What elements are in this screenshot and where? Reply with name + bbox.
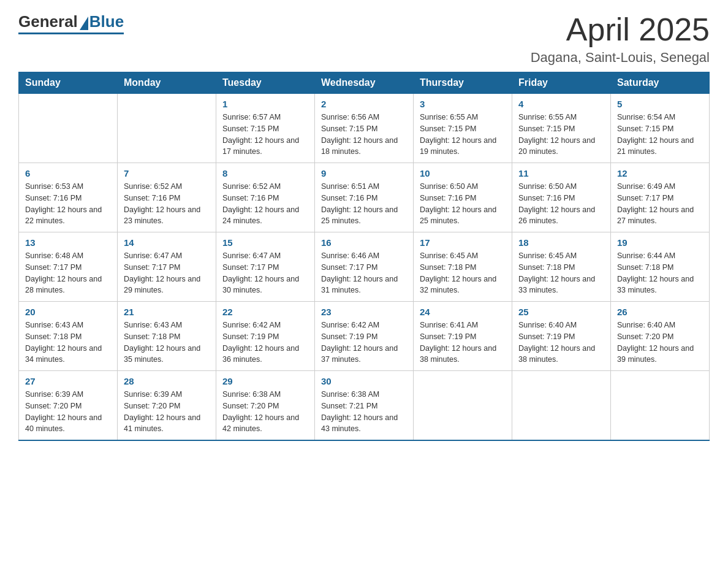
day-number: 7 bbox=[124, 168, 210, 178]
day-info: Sunrise: 6:41 AMSunset: 7:19 PMDaylight:… bbox=[420, 320, 506, 366]
day-info: Sunrise: 6:56 AMSunset: 7:15 PMDaylight:… bbox=[321, 112, 407, 158]
day-number: 15 bbox=[222, 237, 308, 248]
week-row-3: 20Sunrise: 6:43 AMSunset: 7:18 PMDayligh… bbox=[19, 302, 710, 371]
week-row-2: 13Sunrise: 6:48 AMSunset: 7:17 PMDayligh… bbox=[19, 232, 710, 302]
header-cell-sunday: Sunday bbox=[19, 72, 118, 94]
day-info: Sunrise: 6:43 AMSunset: 7:18 PMDaylight:… bbox=[124, 320, 210, 366]
calendar-cell: 23Sunrise: 6:42 AMSunset: 7:19 PMDayligh… bbox=[315, 302, 414, 371]
location-title: Dagana, Saint-Louis, Senegal bbox=[531, 50, 710, 66]
day-info: Sunrise: 6:52 AMSunset: 7:16 PMDaylight:… bbox=[222, 181, 308, 227]
calendar-cell: 12Sunrise: 6:49 AMSunset: 7:17 PMDayligh… bbox=[611, 163, 710, 232]
day-number: 13 bbox=[25, 237, 111, 248]
day-info: Sunrise: 6:55 AMSunset: 7:15 PMDaylight:… bbox=[518, 112, 604, 158]
month-title: April 2025 bbox=[531, 12, 710, 47]
calendar-cell: 28Sunrise: 6:39 AMSunset: 7:20 PMDayligh… bbox=[118, 371, 216, 441]
day-info: Sunrise: 6:51 AMSunset: 7:16 PMDaylight:… bbox=[321, 181, 407, 227]
calendar-cell: 1Sunrise: 6:57 AMSunset: 7:15 PMDaylight… bbox=[216, 94, 315, 163]
calendar-cell: 18Sunrise: 6:45 AMSunset: 7:18 PMDayligh… bbox=[512, 232, 611, 302]
day-number: 28 bbox=[124, 376, 210, 386]
logo-triangle-icon bbox=[80, 17, 88, 30]
calendar-cell: 2Sunrise: 6:56 AMSunset: 7:15 PMDaylight… bbox=[315, 94, 414, 163]
calendar-cell: 25Sunrise: 6:40 AMSunset: 7:19 PMDayligh… bbox=[512, 302, 611, 371]
calendar-cell: 8Sunrise: 6:52 AMSunset: 7:16 PMDaylight… bbox=[216, 163, 315, 232]
day-info: Sunrise: 6:47 AMSunset: 7:17 PMDaylight:… bbox=[124, 250, 210, 296]
week-row-4: 27Sunrise: 6:39 AMSunset: 7:20 PMDayligh… bbox=[19, 371, 710, 441]
day-info: Sunrise: 6:45 AMSunset: 7:18 PMDaylight:… bbox=[518, 250, 604, 296]
calendar-cell: 17Sunrise: 6:45 AMSunset: 7:18 PMDayligh… bbox=[414, 232, 512, 302]
header-cell-thursday: Thursday bbox=[414, 72, 512, 94]
day-number: 11 bbox=[518, 168, 604, 178]
day-number: 29 bbox=[222, 376, 308, 386]
calendar-cell: 21Sunrise: 6:43 AMSunset: 7:18 PMDayligh… bbox=[118, 302, 216, 371]
day-number: 24 bbox=[420, 307, 506, 317]
day-number: 17 bbox=[420, 237, 506, 248]
day-info: Sunrise: 6:49 AMSunset: 7:17 PMDaylight:… bbox=[617, 181, 703, 227]
day-info: Sunrise: 6:50 AMSunset: 7:16 PMDaylight:… bbox=[420, 181, 506, 227]
day-number: 8 bbox=[222, 168, 308, 178]
day-info: Sunrise: 6:52 AMSunset: 7:16 PMDaylight:… bbox=[124, 181, 210, 227]
day-number: 2 bbox=[321, 99, 407, 109]
day-number: 23 bbox=[321, 307, 407, 317]
calendar-cell: 13Sunrise: 6:48 AMSunset: 7:17 PMDayligh… bbox=[19, 232, 118, 302]
day-number: 27 bbox=[25, 376, 111, 386]
day-info: Sunrise: 6:42 AMSunset: 7:19 PMDaylight:… bbox=[222, 320, 308, 366]
header-cell-friday: Friday bbox=[512, 72, 611, 94]
day-number: 4 bbox=[518, 99, 604, 109]
day-number: 25 bbox=[518, 307, 604, 317]
header-cell-wednesday: Wednesday bbox=[315, 72, 414, 94]
day-number: 16 bbox=[321, 237, 407, 248]
calendar-cell: 24Sunrise: 6:41 AMSunset: 7:19 PMDayligh… bbox=[414, 302, 512, 371]
calendar-cell: 26Sunrise: 6:40 AMSunset: 7:20 PMDayligh… bbox=[611, 302, 710, 371]
day-number: 3 bbox=[420, 99, 506, 109]
calendar-cell: 22Sunrise: 6:42 AMSunset: 7:19 PMDayligh… bbox=[216, 302, 315, 371]
day-number: 20 bbox=[25, 307, 111, 317]
header-cell-monday: Monday bbox=[118, 72, 216, 94]
calendar-cell bbox=[512, 371, 611, 441]
header-cell-tuesday: Tuesday bbox=[216, 72, 315, 94]
week-row-0: 1Sunrise: 6:57 AMSunset: 7:15 PMDaylight… bbox=[19, 94, 710, 163]
day-info: Sunrise: 6:42 AMSunset: 7:19 PMDaylight:… bbox=[321, 320, 407, 366]
calendar-cell: 4Sunrise: 6:55 AMSunset: 7:15 PMDaylight… bbox=[512, 94, 611, 163]
calendar-table: SundayMondayTuesdayWednesdayThursdayFrid… bbox=[18, 72, 710, 441]
day-number: 26 bbox=[617, 307, 703, 317]
logo-general-text: General bbox=[18, 12, 78, 31]
day-number: 5 bbox=[617, 99, 703, 109]
day-number: 22 bbox=[222, 307, 308, 317]
calendar-cell: 14Sunrise: 6:47 AMSunset: 7:17 PMDayligh… bbox=[118, 232, 216, 302]
header-cell-saturday: Saturday bbox=[611, 72, 710, 94]
day-number: 21 bbox=[124, 307, 210, 317]
day-info: Sunrise: 6:38 AMSunset: 7:21 PMDaylight:… bbox=[321, 389, 407, 435]
day-number: 6 bbox=[25, 168, 111, 178]
day-info: Sunrise: 6:46 AMSunset: 7:17 PMDaylight:… bbox=[321, 250, 407, 296]
calendar-cell: 20Sunrise: 6:43 AMSunset: 7:18 PMDayligh… bbox=[19, 302, 118, 371]
header-row: SundayMondayTuesdayWednesdayThursdayFrid… bbox=[19, 72, 710, 94]
calendar-cell: 16Sunrise: 6:46 AMSunset: 7:17 PMDayligh… bbox=[315, 232, 414, 302]
calendar-cell: 15Sunrise: 6:47 AMSunset: 7:17 PMDayligh… bbox=[216, 232, 315, 302]
calendar-cell: 30Sunrise: 6:38 AMSunset: 7:21 PMDayligh… bbox=[315, 371, 414, 441]
calendar-cell: 29Sunrise: 6:38 AMSunset: 7:20 PMDayligh… bbox=[216, 371, 315, 441]
day-info: Sunrise: 6:39 AMSunset: 7:20 PMDaylight:… bbox=[124, 389, 210, 435]
calendar-cell: 9Sunrise: 6:51 AMSunset: 7:16 PMDaylight… bbox=[315, 163, 414, 232]
day-info: Sunrise: 6:55 AMSunset: 7:15 PMDaylight:… bbox=[420, 112, 506, 158]
logo: General Blue bbox=[18, 12, 124, 34]
logo-blue-text: Blue bbox=[89, 12, 124, 31]
logo-underline bbox=[18, 33, 124, 34]
calendar-cell: 11Sunrise: 6:50 AMSunset: 7:16 PMDayligh… bbox=[512, 163, 611, 232]
day-number: 14 bbox=[124, 237, 210, 248]
calendar-cell bbox=[611, 371, 710, 441]
day-info: Sunrise: 6:38 AMSunset: 7:20 PMDaylight:… bbox=[222, 389, 308, 435]
day-info: Sunrise: 6:44 AMSunset: 7:18 PMDaylight:… bbox=[617, 250, 703, 296]
calendar-cell bbox=[118, 94, 216, 163]
day-number: 18 bbox=[518, 237, 604, 248]
calendar-cell: 10Sunrise: 6:50 AMSunset: 7:16 PMDayligh… bbox=[414, 163, 512, 232]
day-number: 30 bbox=[321, 376, 407, 386]
day-info: Sunrise: 6:47 AMSunset: 7:17 PMDaylight:… bbox=[222, 250, 308, 296]
day-info: Sunrise: 6:45 AMSunset: 7:18 PMDaylight:… bbox=[420, 250, 506, 296]
day-info: Sunrise: 6:39 AMSunset: 7:20 PMDaylight:… bbox=[25, 389, 111, 435]
day-info: Sunrise: 6:48 AMSunset: 7:17 PMDaylight:… bbox=[25, 250, 111, 296]
day-info: Sunrise: 6:43 AMSunset: 7:18 PMDaylight:… bbox=[25, 320, 111, 366]
day-number: 10 bbox=[420, 168, 506, 178]
calendar-cell: 3Sunrise: 6:55 AMSunset: 7:15 PMDaylight… bbox=[414, 94, 512, 163]
page-header: General Blue April 2025 Dagana, Saint-Lo… bbox=[18, 12, 710, 66]
calendar-cell bbox=[19, 94, 118, 163]
